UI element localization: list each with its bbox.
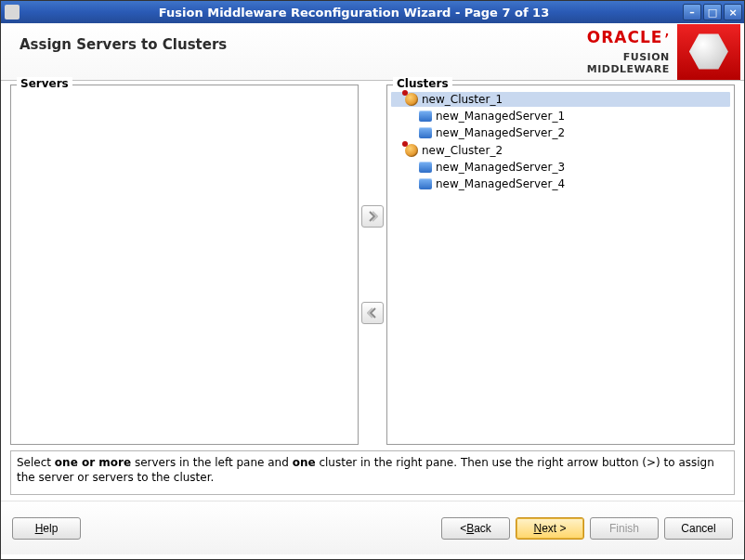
server-icon — [419, 178, 432, 189]
window-title: Fusion Middleware Reconfiguration Wizard… — [25, 6, 683, 20]
finish-button: Finish — [590, 517, 659, 540]
server-label: new_ManagedServer_4 — [436, 177, 565, 190]
server-icon — [419, 127, 432, 138]
server-label: new_ManagedServer_3 — [436, 161, 565, 174]
oracle-product: FUSION MIDDLEWARE — [540, 51, 670, 75]
oracle-name: ORACLE — [587, 28, 663, 46]
back-button[interactable]: < Back — [441, 517, 510, 540]
cluster-node[interactable]: new_Cluster_2 — [391, 143, 730, 158]
clusters-tree-container: new_Cluster_1new_ManagedServer_1new_Mana… — [387, 85, 734, 444]
cluster-node[interactable]: new_Cluster_1 — [391, 92, 730, 107]
header: Assign Servers to Clusters ORACLE’ FUSIO… — [1, 23, 744, 81]
minimize-button[interactable]: – — [683, 4, 701, 20]
chevron-right-icon — [367, 211, 378, 222]
server-icon — [419, 162, 432, 173]
oracle-logo-text: ORACLE’ — [540, 28, 670, 51]
cluster-icon — [405, 144, 418, 157]
clusters-pane-title: Clusters — [393, 77, 452, 90]
server-node[interactable]: new_ManagedServer_3 — [417, 160, 730, 175]
header-left: Assign Servers to Clusters — [1, 23, 540, 80]
assign-right-button[interactable] — [361, 205, 384, 228]
cancel-button[interactable]: Cancel — [664, 517, 733, 540]
close-button[interactable]: × — [724, 4, 742, 20]
server-node[interactable]: new_ManagedServer_4 — [417, 176, 730, 191]
instruction-b1: one or more — [55, 456, 131, 469]
page-heading: Assign Servers to Clusters — [20, 36, 540, 53]
unassign-left-button[interactable] — [361, 302, 384, 324]
help-button[interactable]: Help — [12, 517, 81, 540]
window-buttons: – □ × — [683, 4, 742, 20]
servers-list[interactable] — [11, 85, 358, 444]
instruction-mid1: servers in the left pane and — [131, 456, 293, 469]
clusters-tree[interactable]: new_Cluster_1new_ManagedServer_1new_Mana… — [387, 89, 734, 195]
footer: Help < Back Next > Finish Cancel — [1, 501, 744, 554]
cluster-icon — [405, 93, 418, 106]
titlebar: Fusion Middleware Reconfiguration Wizard… — [1, 1, 744, 23]
transfer-buttons — [359, 85, 386, 445]
main-area: Servers Clusters new_Cluster_1new_Manage… — [1, 81, 744, 445]
header-right: ORACLE’ FUSION MIDDLEWARE — [540, 23, 744, 80]
servers-pane-title: Servers — [17, 77, 72, 90]
hexagon-icon — [689, 33, 728, 72]
server-label: new_ManagedServer_2 — [436, 126, 565, 139]
instruction-b2: one — [293, 456, 316, 469]
server-label: new_ManagedServer_1 — [436, 110, 565, 123]
oracle-dot-icon: ’ — [663, 29, 669, 51]
server-node[interactable]: new_ManagedServer_1 — [417, 109, 730, 124]
server-node[interactable]: new_ManagedServer_2 — [417, 125, 730, 140]
servers-pane[interactable]: Servers — [10, 85, 359, 445]
instruction-text: Select one or more servers in the left p… — [10, 450, 735, 495]
cluster-label: new_Cluster_2 — [422, 144, 503, 157]
app-icon — [5, 5, 20, 20]
oracle-brand: ORACLE’ FUSION MIDDLEWARE — [540, 28, 677, 75]
maximize-button[interactable]: □ — [703, 4, 722, 20]
brand-ribbon — [677, 24, 740, 80]
next-button[interactable]: Next > — [516, 517, 584, 540]
chevron-left-icon — [367, 307, 378, 319]
clusters-pane[interactable]: Clusters new_Cluster_1new_ManagedServer_… — [386, 85, 735, 445]
server-icon — [419, 111, 432, 122]
cluster-label: new_Cluster_1 — [422, 93, 503, 106]
instruction-pre: Select — [17, 456, 55, 469]
